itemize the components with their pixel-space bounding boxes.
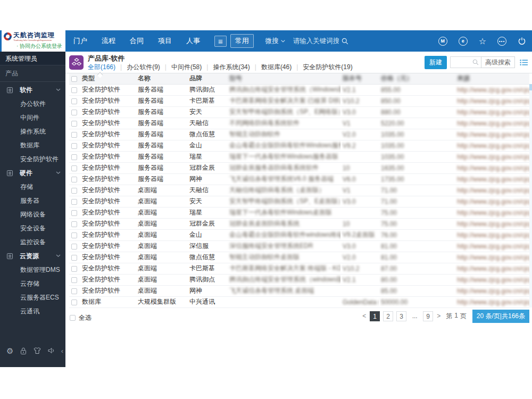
row-checkbox[interactable] <box>71 199 77 205</box>
scrollbar-thumb[interactable] <box>529 84 532 90</box>
table-row[interactable]: 安全防护软件 服务器端 腾讯御点 腾讯御点终端安全管理系统（Windows版） … <box>69 84 529 95</box>
page-number-button[interactable]: 2 <box>383 311 393 321</box>
cell-source-link[interactable]: http://www.zjcg.gov.cn/cjcg/ <box>455 274 529 285</box>
row-checkbox[interactable] <box>71 87 77 93</box>
table-row[interactable]: 安全防护软件 服务器端 瑞星 瑞星下一代杀毒软件Windows服务器版 1035… <box>69 151 529 162</box>
sidebar-subitem[interactable]: 存储 <box>0 180 65 194</box>
more-icon[interactable]: ••• <box>497 37 506 46</box>
table-row[interactable]: 数据库 大规模集群版 中兴通讯 GoldenData s... 50000.00… <box>69 296 529 307</box>
message-icon[interactable]: M <box>438 37 447 46</box>
col-source[interactable]: 来源 <box>455 73 529 84</box>
row-checkbox[interactable] <box>71 154 77 160</box>
table-row[interactable]: 安全防护软件 桌面端 天融信 天融信终端防病毒系统（桌面版） V1 71.00 … <box>69 185 529 196</box>
cell-source-link[interactable]: http://www.zjcg.gov.cn/cjcg/ <box>455 95 529 106</box>
table-row[interactable]: 安全防护软件 桌面端 微点佰慧 智能主动防御软件桌面版 V2.0 81.00 h… <box>69 252 529 263</box>
sidebar-section-product[interactable]: 产品 <box>0 67 65 80</box>
sidebar-subitem[interactable]: 数据库 <box>0 138 65 152</box>
top-nav-item[interactable]: 门户 <box>73 36 87 46</box>
row-checkbox[interactable] <box>71 266 77 272</box>
row-checkbox[interactable] <box>71 300 77 305</box>
col-name[interactable]: 名称 <box>136 73 187 84</box>
row-checkbox[interactable] <box>71 98 77 104</box>
sound-icon[interactable] <box>47 347 55 354</box>
sidebar-group-header[interactable]: 云资源 <box>0 249 65 263</box>
cell-source-link[interactable]: http://www.zjcg.gov.cn/cjcg/ <box>455 263 529 274</box>
col-version[interactable]: 版本号 <box>340 73 379 84</box>
row-checkbox[interactable] <box>71 255 77 261</box>
sidebar-subitem[interactable]: 操作系统 <box>0 124 65 138</box>
jump-page-input[interactable]: 1 <box>454 312 458 321</box>
table-row[interactable]: 安全防护软件 服务器端 卡巴斯基 卡巴斯基网络安全解决方案 已核算 D班次 V1… <box>69 95 529 106</box>
sidebar-subitem[interactable]: 安全设备 <box>0 221 65 235</box>
sidebar-subitem[interactable]: 云通讯 <box>0 304 65 318</box>
select-all-checkbox[interactable] <box>70 315 76 321</box>
cell-source-link[interactable]: http://www.zjcg.gov.cn/cjcg/ <box>455 151 529 162</box>
sidebar-subitem[interactable]: 服务器 <box>0 194 65 207</box>
cell-source-link[interactable]: http://www.zjcg.gov.cn/cjcg/ <box>455 252 529 263</box>
page-number-button[interactable]: 1 <box>370 311 380 321</box>
advanced-search-button[interactable]: 高级搜索 <box>481 56 515 68</box>
col-brand[interactable]: 品牌 <box>187 73 227 84</box>
page-size-button[interactable]: 20 条/页|共166条 <box>472 310 529 323</box>
cell-source-link[interactable]: http://www.zjcg.gov.cn/cjcg/ <box>455 240 529 252</box>
row-checkbox[interactable] <box>71 288 77 294</box>
common-nav-button[interactable]: 常用 <box>230 34 254 48</box>
top-nav-item[interactable]: 人事 <box>186 36 200 46</box>
search-scope-dropdown[interactable]: 微搜 <box>265 37 285 46</box>
sidebar-group-header[interactable]: 软件 <box>0 83 65 97</box>
row-checkbox[interactable] <box>71 232 77 238</box>
col-price[interactable]: 价格（元） <box>379 73 455 84</box>
top-nav-item[interactable]: 流程 <box>102 36 115 46</box>
page-number-button[interactable]: 9 <box>423 311 433 321</box>
row-checkbox[interactable] <box>71 210 77 216</box>
row-checkbox[interactable] <box>71 165 77 171</box>
cell-source-link[interactable]: http://www.zjcg.gov.cn/cjcg/ <box>455 285 529 296</box>
sidebar-subitem[interactable]: 中间件 <box>0 111 65 124</box>
top-nav-item[interactable]: 项目 <box>158 36 172 46</box>
cell-source-link[interactable]: http://www.zjcg.gov.cn/cjcg/ <box>455 185 529 196</box>
cell-source-link[interactable]: http://www.zjcg.gov.cn/cjcg/ <box>455 84 529 95</box>
category-tab[interactable]: 操作系统(34) <box>202 63 250 72</box>
sidebar-group-header[interactable]: 硬件 <box>0 166 65 180</box>
category-tab[interactable]: 数据库(46) <box>250 63 292 72</box>
sidebar-subitem[interactable]: 网络设备 <box>0 207 65 221</box>
category-tab[interactable]: 全部(166) <box>88 63 115 72</box>
cell-source-link[interactable]: http://www.zjcg.gov.cn/cjcg/ <box>455 218 529 229</box>
row-checkbox[interactable] <box>71 244 77 250</box>
cell-source-link[interactable]: http://www.zjcg.gov.cn/cjcg/ <box>455 296 529 307</box>
favorite-star-icon[interactable]: ☆ <box>479 36 486 46</box>
table-row[interactable]: 安全防护软件 服务器端 天融信 不同网络防病毒系统软件 V1 5220.00 h… <box>69 118 529 129</box>
oa-login-link[interactable]: · 协同办公系统登录 <box>16 43 65 50</box>
table-row[interactable]: 安全防护软件 服务器端 微点佰慧 智能主动防御软件 V2.0 1035.00 h… <box>69 129 529 140</box>
cell-source-link[interactable]: http://www.zjcg.gov.cn/cjcg/ <box>455 162 529 173</box>
theme-shirt-icon[interactable] <box>33 347 41 354</box>
col-type[interactable]: 类型 <box>80 73 136 84</box>
row-checkbox[interactable] <box>71 188 77 194</box>
apps-menu-button[interactable]: ≡ <box>214 36 227 47</box>
search-icon[interactable] <box>342 38 348 45</box>
table-row[interactable]: 安全防护软件 桌面端 腾讯御点 腾讯御点终端安全管理系统（windows版）V2… <box>69 274 529 285</box>
table-scrollbar[interactable] <box>529 84 532 307</box>
category-tab[interactable]: 中间件(58) <box>160 63 202 72</box>
cell-source-link[interactable]: http://www.zjcg.gov.cn/cjcg/ <box>455 106 529 118</box>
table-row[interactable]: 安全防护软件 服务器端 网神 飞天诚信杀毒管理系统V6.0 服务器端 V6.0 … <box>69 173 529 185</box>
lock-icon[interactable] <box>20 347 27 355</box>
global-search-input[interactable]: 请输入关键词搜索 <box>293 37 339 46</box>
table-row[interactable]: 安全防护软件 桌面端 冠群金辰 冠群金辰桌面防病毒系统 10 75.00 htt… <box>69 218 529 229</box>
sidebar-subitem[interactable]: 云存储 <box>0 277 65 290</box>
cell-source-link[interactable]: http://www.zjcg.gov.cn/cjcg/ <box>455 173 529 185</box>
sidebar-subitem[interactable]: 安全防护软件 <box>0 152 65 166</box>
table-row[interactable]: 安全防护软件 服务器端 安天 安天智甲终端防御系统（SP、E网络版）V3.0 V… <box>69 106 529 118</box>
cell-source-link[interactable]: http://www.zjcg.gov.cn/cjcg/ <box>455 229 529 240</box>
table-search-input[interactable] <box>450 56 481 68</box>
page-number-button[interactable]: 3 <box>396 311 406 321</box>
sidebar-subitem[interactable]: 数据管理DMS <box>0 263 65 277</box>
collapse-sidebar-icon[interactable]: ‹ <box>61 347 63 355</box>
app-logo[interactable]: 天航咨询监理 Tianhang Info Consulting&Supervis… <box>0 30 65 52</box>
sidebar-subitem[interactable]: 办公软件 <box>0 97 65 111</box>
cell-source-link[interactable]: http://www.zjcg.gov.cn/cjcg/ <box>455 140 529 151</box>
table-row[interactable]: 安全防护软件 桌面端 卡巴斯基 卡巴斯基网络安全解决方案 终端版 - KO...… <box>69 263 529 274</box>
row-checkbox[interactable] <box>71 277 77 283</box>
table-row[interactable]: 安全防护软件 桌面端 深信服 深信服终端安全管理系统EDR V3.0 81.00… <box>69 240 529 252</box>
row-checkbox[interactable] <box>71 132 77 138</box>
